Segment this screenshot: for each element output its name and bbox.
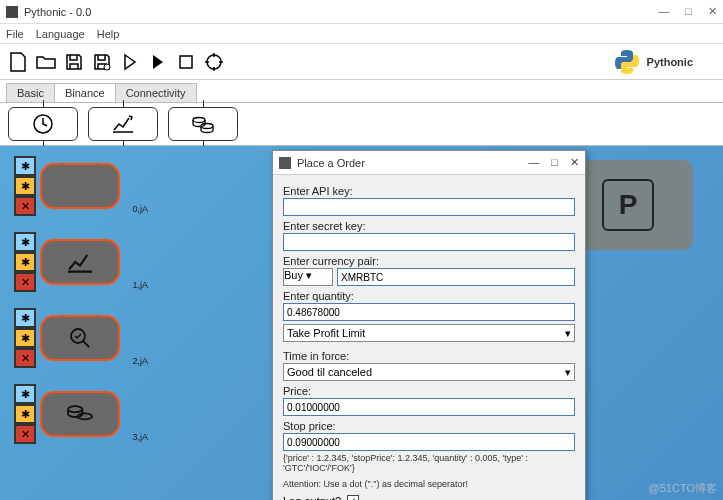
node-1[interactable]: ✱ ✱ ✕ 1,jA: [14, 232, 120, 292]
maximize-button[interactable]: □: [685, 5, 692, 18]
open-folder-icon[interactable]: [34, 50, 58, 74]
target-icon[interactable]: [202, 50, 226, 74]
menu-bar: File Language Help: [0, 24, 723, 44]
node-delete-icon[interactable]: ✕: [14, 272, 36, 292]
secret-key-label: Enter secret key:: [283, 220, 575, 232]
secret-key-input[interactable]: [283, 233, 575, 251]
play-icon[interactable]: [146, 50, 170, 74]
price-label: Price:: [283, 385, 575, 397]
brand-logo: Pythonic: [613, 48, 693, 76]
node-gear2-icon[interactable]: ✱: [14, 328, 36, 348]
chevron-down-icon: ▾: [565, 327, 571, 340]
quantity-label: Enter quantity:: [283, 290, 575, 302]
park-icon: P: [602, 179, 654, 231]
node-gear2-icon[interactable]: ✱: [14, 404, 36, 424]
save-icon[interactable]: [62, 50, 86, 74]
tif-label: Time in force:: [283, 350, 575, 362]
chevron-down-icon: ▾: [565, 366, 571, 379]
chart-icon: [65, 250, 95, 274]
tab-connectivity[interactable]: Connectivity: [115, 83, 197, 102]
node-delete-icon[interactable]: ✕: [14, 424, 36, 444]
tif-select[interactable]: Good til canceled▾: [283, 363, 575, 381]
svg-point-2: [207, 55, 221, 69]
log-output-checkbox[interactable]: ✓: [347, 495, 359, 500]
svg-point-4: [193, 118, 205, 123]
svg-point-0: [104, 64, 110, 70]
palette-clock[interactable]: [8, 107, 78, 141]
api-key-input[interactable]: [283, 198, 575, 216]
dialog-maximize-button[interactable]: □: [551, 156, 558, 169]
chevron-down-icon: ▾: [306, 269, 312, 281]
menu-file[interactable]: File: [6, 28, 24, 40]
coins-icon: [191, 114, 215, 134]
node-gear-icon[interactable]: ✱: [14, 384, 36, 404]
svg-point-7: [68, 406, 82, 412]
svg-rect-1: [180, 56, 192, 68]
dialog-icon: [279, 157, 291, 169]
tab-binance[interactable]: Binance: [54, 83, 116, 102]
dialog-minimize-button[interactable]: —: [528, 156, 539, 169]
currency-pair-input[interactable]: [337, 268, 575, 286]
node-label: 1,jA: [132, 280, 148, 290]
currency-pair-label: Enter currency pair:: [283, 255, 575, 267]
side-select[interactable]: Buy ▾: [283, 268, 333, 286]
node-delete-icon[interactable]: ✕: [14, 196, 36, 216]
palette-bar: [0, 102, 723, 146]
node-3[interactable]: ✱ ✱ ✕ 3,jA: [14, 384, 120, 444]
stop-price-label: Stop price:: [283, 420, 575, 432]
python-icon: [613, 48, 641, 76]
menu-help[interactable]: Help: [97, 28, 120, 40]
stop-price-input[interactable]: [283, 433, 575, 451]
node-delete-icon[interactable]: ✕: [14, 348, 36, 368]
brand-text: Pythonic: [647, 56, 693, 68]
node-2[interactable]: ✱ ✱ ✕ 2,jA: [14, 308, 120, 368]
node-label: 3,jA: [132, 432, 148, 442]
api-key-label: Enter API key:: [283, 185, 575, 197]
node-gear2-icon[interactable]: ✱: [14, 252, 36, 272]
tab-basic[interactable]: Basic: [6, 83, 55, 102]
chart-icon: [111, 114, 135, 134]
node-label: 0,jA: [132, 204, 148, 214]
clock-icon: [32, 113, 54, 135]
save-as-icon[interactable]: [90, 50, 114, 74]
watermark: @51CTO博客: [649, 481, 717, 496]
node-gear-icon[interactable]: ✱: [14, 232, 36, 252]
quantity-input[interactable]: [283, 303, 575, 321]
stop-icon[interactable]: [174, 50, 198, 74]
palette-chart[interactable]: [88, 107, 158, 141]
node-gear-icon[interactable]: ✱: [14, 308, 36, 328]
node-gear2-icon[interactable]: ✱: [14, 176, 36, 196]
minimize-button[interactable]: —: [658, 5, 669, 18]
palette-coins[interactable]: [168, 107, 238, 141]
magnify-icon: [66, 326, 94, 350]
dialog-titlebar: Place a Order — □ ✕: [273, 151, 585, 175]
node-gear-icon[interactable]: ✱: [14, 156, 36, 176]
node-0[interactable]: ✱ ✱ ✕ 0,jA: [14, 156, 120, 216]
step-icon[interactable]: [118, 50, 142, 74]
dialog-title: Place a Order: [297, 157, 528, 169]
coins-icon: [65, 402, 95, 426]
example-text: {'price' : 1.2.345, 'stopPrice': 1.2.345…: [283, 453, 575, 473]
dialog-close-button[interactable]: ✕: [570, 156, 579, 169]
window-title: Pythonic - 0.0: [24, 6, 658, 18]
order-type-select[interactable]: Take Profit Limit▾: [283, 324, 575, 342]
place-order-dialog: Place a Order — □ ✕ Enter API key: Enter…: [272, 150, 586, 500]
close-button[interactable]: ✕: [708, 5, 717, 18]
menu-language[interactable]: Language: [36, 28, 85, 40]
new-file-icon[interactable]: [6, 50, 30, 74]
price-input[interactable]: [283, 398, 575, 416]
app-icon: [6, 6, 18, 18]
attention-text: Attention: Use a dot (".") as decimal se…: [283, 479, 575, 489]
node-label: 2,jA: [132, 356, 148, 366]
tab-bar: Basic Binance Connectivity: [0, 80, 723, 102]
main-titlebar: Pythonic - 0.0 — □ ✕: [0, 0, 723, 24]
log-output-label: Log output?: [283, 495, 341, 500]
